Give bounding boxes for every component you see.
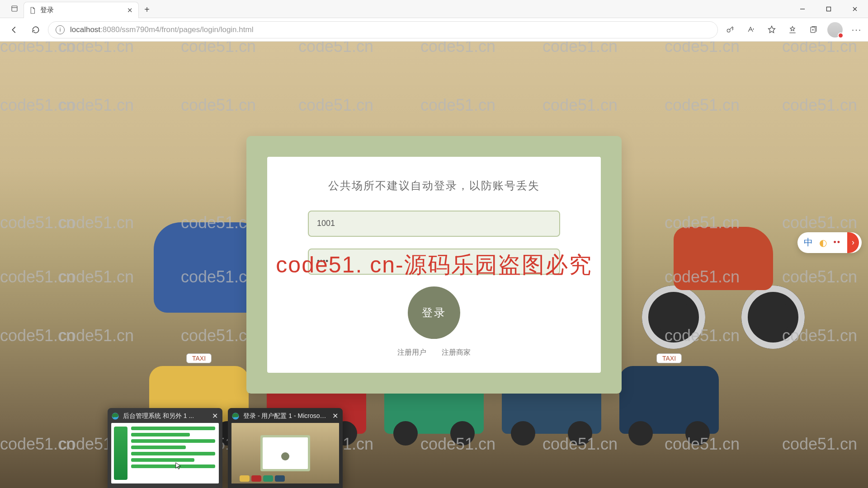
password-field[interactable] xyxy=(308,249,560,275)
profile-avatar[interactable] xyxy=(827,22,843,38)
password-input[interactable] xyxy=(317,257,551,266)
refresh-button[interactable] xyxy=(26,20,45,39)
ime-mode[interactable]: 中 xyxy=(804,236,813,249)
login-card: 公共场所不建议自动登录，以防账号丢失 登录 注册用户 注册商家 xyxy=(246,136,622,394)
ime-expand-icon[interactable]: › xyxy=(847,232,859,253)
svg-point-6 xyxy=(727,29,730,32)
close-preview-icon[interactable]: ✕ xyxy=(331,412,339,420)
task-preview-thumb[interactable] xyxy=(231,423,339,483)
task-preview-title: 登录 - 用户配置 1 - Microsoft... xyxy=(243,412,327,420)
register-user-link[interactable]: 注册用户 xyxy=(397,348,426,357)
task-preview-login[interactable]: 登录 - 用户配置 1 - Microsoft... ✕ xyxy=(228,408,343,488)
register-merchant-link[interactable]: 注册商家 xyxy=(442,348,471,357)
close-tab-icon[interactable]: ✕ xyxy=(126,6,134,14)
tab-actions-icon[interactable] xyxy=(5,0,24,18)
tab-title: 登录 xyxy=(40,6,122,14)
url-text: localhost:8080/ssm790m4/front/pages/logi… xyxy=(70,25,710,34)
ime-more-icon[interactable]: •• xyxy=(833,238,841,247)
password-key-icon[interactable] xyxy=(723,23,737,37)
svg-rect-0 xyxy=(12,6,17,11)
address-bar: i localhost:8080/ssm790m4/front/pages/lo… xyxy=(0,18,868,42)
task-preview-thumb[interactable] xyxy=(111,423,219,483)
night-mode-icon[interactable]: ◐ xyxy=(819,237,827,248)
maximize-button[interactable] xyxy=(816,0,842,18)
new-tab-button[interactable]: + xyxy=(139,1,155,18)
edge-icon xyxy=(231,412,240,420)
close-window-button[interactable] xyxy=(842,0,868,18)
page-viewport: TAXI TAXI TAXI TAXI TAXI code51.cncode51… xyxy=(0,42,868,488)
username-input[interactable] xyxy=(317,219,551,228)
read-aloud-icon[interactable] xyxy=(744,23,758,37)
task-preview-admin[interactable]: 后台管理系统 和另外 1 ... ✕ xyxy=(108,408,222,488)
collections-icon[interactable] xyxy=(807,23,820,37)
site-info-icon[interactable]: i xyxy=(56,25,65,34)
url-field[interactable]: i localhost:8080/ssm790m4/front/pages/lo… xyxy=(48,21,718,38)
ime-floating-toolbar[interactable]: 中 ◐ •• › xyxy=(797,232,862,253)
deco-motorcycle xyxy=(646,213,800,349)
favorites-list-icon[interactable] xyxy=(786,23,799,37)
minimize-button[interactable] xyxy=(789,0,816,18)
page-icon xyxy=(28,6,37,14)
close-preview-icon[interactable]: ✕ xyxy=(211,412,219,420)
more-menu-icon[interactable]: ··· xyxy=(850,23,863,37)
edge-icon xyxy=(111,412,119,420)
active-tab[interactable]: 登录 ✕ xyxy=(24,2,139,18)
svg-rect-3 xyxy=(827,7,831,11)
tab-strip: 登录 ✕ + xyxy=(0,0,868,18)
window-controls xyxy=(789,0,868,18)
username-field[interactable] xyxy=(308,211,560,237)
login-button[interactable]: 登录 xyxy=(408,286,460,339)
login-notice: 公共场所不建议自动登录，以防账号丢失 xyxy=(308,177,560,195)
back-button[interactable] xyxy=(5,20,24,39)
taskbar-previews: 后台管理系统 和另外 1 ... ✕ 登录 - 用户配置 1 - Microso… xyxy=(108,408,343,488)
favorite-icon[interactable] xyxy=(765,23,778,37)
task-preview-title: 后台管理系统 和另外 1 ... xyxy=(123,412,207,420)
cursor-icon xyxy=(175,462,183,470)
